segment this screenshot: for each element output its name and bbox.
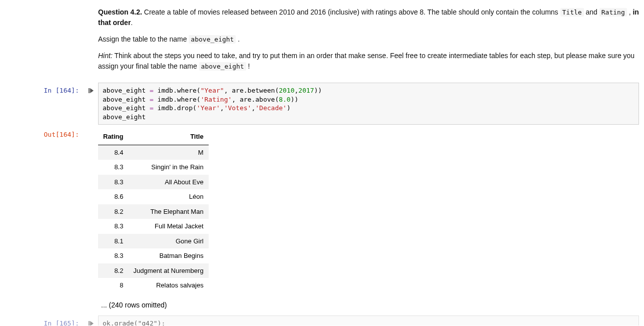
table-row: 8.1Gone Girl (98, 234, 209, 249)
txt: , (627, 8, 633, 16)
txt: . (131, 19, 133, 27)
assign-pre: Assign the table to the name (98, 35, 189, 43)
table-row: 8.2The Elephant Man (98, 204, 209, 219)
table-row: 8Relatos salvajes (98, 278, 209, 293)
in-prompt: In [164]: (0, 83, 84, 125)
txt: . (236, 35, 240, 43)
markdown-cell: Question 4.2. Create a table of movies r… (0, 4, 644, 81)
code-content[interactable]: above_eight = imdb.where("Year", are.bet… (98, 83, 644, 125)
table-row: 8.4M (98, 145, 209, 160)
table-header-row: Rating Title (98, 129, 209, 145)
table-row: 8.3Batman Begins (98, 248, 209, 263)
table-row: 8.3All About Eve (98, 175, 209, 190)
out-prompt: Out[164]: (0, 127, 84, 313)
table-row: 8.6Léon (98, 189, 209, 204)
notebook: Question 4.2. Create a table of movies r… (0, 0, 644, 325)
code-editor[interactable]: above_eight = imdb.where("Year", are.bet… (98, 83, 639, 125)
run-cell-button[interactable] (84, 83, 98, 125)
code-title: Title (560, 8, 584, 17)
code-above-eight: above_eight (199, 62, 246, 71)
rows-omitted: ... (240 rows omitted) (98, 293, 639, 313)
table-row: 8.3Full Metal Jacket (98, 219, 209, 234)
table-row: 8.3Singin' in the Rain (98, 160, 209, 175)
run-icon (89, 88, 94, 93)
svg-marker-3 (90, 321, 94, 325)
svg-rect-2 (89, 321, 90, 325)
code-input-cell: In [164]: above_eight = imdb.where("Year… (0, 83, 644, 125)
col-rating: Rating (98, 129, 128, 145)
txt: and (584, 8, 599, 16)
hint-label: Hint: (98, 52, 113, 60)
code-editor[interactable]: ok.grade("q42"); (98, 315, 639, 325)
code-above-eight: above_eight (189, 35, 236, 44)
txt: ! (246, 62, 250, 70)
run-icon (89, 321, 94, 325)
col-title: Title (128, 129, 208, 145)
run-cell-button[interactable] (84, 315, 98, 325)
svg-rect-0 (89, 88, 90, 93)
code-output-cell: Out[164]: Rating Title 8.4M 8.3Singin' i… (0, 127, 644, 313)
in-prompt: In [165]: (0, 315, 84, 325)
code-rating: Rating (599, 8, 627, 17)
output-table: Rating Title 8.4M 8.3Singin' in the Rain… (98, 129, 209, 293)
table-row: 8.2Judgment at Nuremberg (98, 263, 209, 278)
svg-marker-1 (90, 88, 94, 93)
question-text: Question 4.2. Create a table of movies r… (98, 4, 644, 81)
question-label: Question 4.2. (98, 8, 142, 16)
output-content: Rating Title 8.4M 8.3Singin' in the Rain… (98, 127, 644, 313)
hint-body: Think about the steps you need to take, … (98, 52, 634, 70)
code-input-cell-next: In [165]: ok.grade("q42"); (0, 315, 644, 325)
question-body: Create a table of movies released betwee… (142, 8, 560, 16)
code-content[interactable]: ok.grade("q42"); (98, 315, 644, 325)
